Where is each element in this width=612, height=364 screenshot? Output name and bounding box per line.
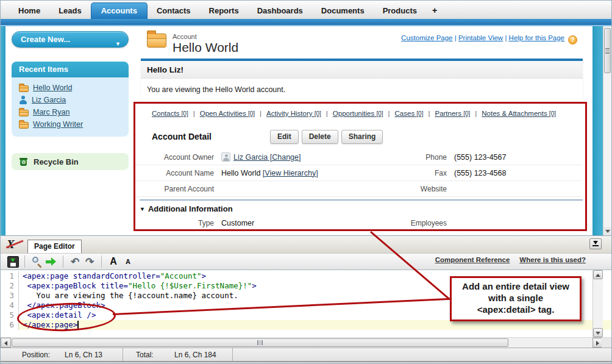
status-separator <box>232 348 233 361</box>
run-icon <box>46 257 57 266</box>
code-token: You are viewing the {!account.name} acco… <box>23 291 238 300</box>
editor-header: X Page Editor <box>1 236 611 253</box>
collapse-editor-icon <box>593 241 598 244</box>
redo-button[interactable]: ↷ <box>82 254 97 269</box>
code-token: <apex:page standardController= <box>23 271 160 280</box>
tab-bar: HomeLeadsAccountsContactsReportsDashboar… <box>1 1 611 19</box>
code-horizontal-scrollbar[interactable] <box>1 337 603 348</box>
font-smaller-button[interactable]: A <box>121 254 135 269</box>
tab-reports[interactable]: Reports <box>200 3 248 19</box>
font-larger-button[interactable]: A <box>106 254 121 269</box>
scroll-down-icon <box>596 332 600 335</box>
line-number: 1 <box>1 271 19 281</box>
recycle-bin-icon: ♻ <box>19 157 29 166</box>
recent-items-title: Recent Items <box>12 62 129 77</box>
total-value: Ln 6, Ch 184 <box>174 351 216 359</box>
redo-icon: ↷ <box>85 257 94 267</box>
folder-icon <box>19 122 29 129</box>
person-icon <box>19 96 27 104</box>
tab-products[interactable]: Products <box>374 3 426 19</box>
undo-button[interactable]: ↶ <box>68 254 82 269</box>
tab-documents[interactable]: Documents <box>312 3 374 19</box>
page-title: Hello World <box>173 40 238 55</box>
scroll-left-icon <box>4 341 7 346</box>
annotation-callout: Add an entire detail view with a single … <box>450 276 582 321</box>
search-button[interactable] <box>29 254 44 269</box>
recent-item[interactable]: Hello World <box>12 82 129 94</box>
recent-item-link[interactable]: Working Writer <box>33 120 83 129</box>
run-button[interactable] <box>44 254 59 269</box>
tab-list: HomeLeadsAccountsContactsReportsDashboar… <box>9 2 443 19</box>
salesforce-window: HomeLeadsAccountsContactsReportsDashboar… <box>0 0 612 364</box>
tab-leads[interactable]: Leads <box>49 3 91 19</box>
tab-contacts[interactable]: Contacts <box>148 3 200 19</box>
recent-item[interactable]: Liz Garcia <box>12 94 129 106</box>
header-links-list: Customize Page | Printable View | Help f… <box>401 34 564 41</box>
account-folder-icon <box>147 34 166 48</box>
status-separator <box>123 348 123 361</box>
search-icon <box>31 256 42 267</box>
recent-item-link[interactable]: Liz Garcia <box>32 96 66 104</box>
recycle-bin[interactable]: ♻ Recycle Bin <box>12 153 129 170</box>
recent-item-link[interactable]: Marc Ryan <box>33 108 69 116</box>
code-vertical-scrollbar[interactable] <box>592 270 603 337</box>
header-link[interactable]: Printable View <box>458 34 503 41</box>
annotation-rectangle <box>133 102 587 231</box>
line-number: 5 <box>1 310 19 320</box>
line-number: 4 <box>1 301 19 310</box>
save-icon <box>7 256 19 268</box>
create-new-label: Create New... <box>21 35 70 44</box>
close-icon[interactable]: X <box>7 238 23 250</box>
editor-link[interactable]: Where is this used? <box>519 256 586 263</box>
undo-icon: ↶ <box>71 257 79 267</box>
greeting-pageblock: Hello Liz! You are viewing the Hello Wor… <box>141 59 583 103</box>
toolbar-separator <box>24 255 25 268</box>
header-links: Customize Page | Printable View | Help f… <box>401 34 577 45</box>
code-token: <apex:pageBlock title= <box>23 281 128 290</box>
scroll-down-button[interactable] <box>603 227 612 235</box>
save-button[interactable] <box>5 254 20 269</box>
browser-scrollbar[interactable] <box>603 26 611 235</box>
editor-link[interactable]: Component Reference <box>435 256 510 263</box>
line-number: 6 <box>1 320 19 330</box>
page-right-border <box>592 26 603 235</box>
tab-accounts[interactable]: Accounts <box>91 2 148 19</box>
header-band <box>1 19 611 26</box>
font-larger-icon: A <box>110 256 117 267</box>
collapse-editor-button[interactable] <box>589 238 602 249</box>
scroll-down-button[interactable] <box>593 328 603 337</box>
greeting-title: Hello Liz! <box>141 61 583 79</box>
greeting-body: You are viewing the Hello World account. <box>141 79 583 102</box>
recent-item-link[interactable]: Hello World <box>33 84 72 92</box>
editor-status-bar: Position: Ln 6, Ch 13 Total: Ln 6, Ch 18… <box>1 348 611 362</box>
tab-home[interactable]: Home <box>9 3 49 19</box>
scrollbar-thumb[interactable] <box>12 338 508 347</box>
code-token: > <box>202 271 207 280</box>
editor-tab[interactable]: Page Editor <box>27 240 82 253</box>
scroll-up-button[interactable] <box>593 270 603 279</box>
create-new-button[interactable]: Create New... ▼ <box>12 31 129 48</box>
link-separator: | <box>503 34 508 41</box>
recent-item[interactable]: Working Writer <box>12 118 129 130</box>
line-number: 2 <box>1 281 19 291</box>
editor-links: Component ReferenceWhere is this used? <box>425 256 586 263</box>
tab-add[interactable]: + <box>426 2 443 19</box>
header-link[interactable]: Customize Page <box>401 34 452 41</box>
folder-icon <box>19 110 29 116</box>
scroll-down-icon <box>605 230 610 233</box>
code-token: > <box>252 281 257 290</box>
tab-dashboards[interactable]: Dashboards <box>248 3 312 19</box>
recent-items-panel: Recent Items Hello WorldLiz GarciaMarc R… <box>12 62 129 137</box>
code-token: "Hello {!$User.FirstName}!" <box>128 281 252 290</box>
scrollbar-thumb[interactable] <box>604 28 611 73</box>
header-link[interactable]: Help for this Page <box>509 34 564 41</box>
help-icon[interactable]: ? <box>568 35 577 45</box>
position-value: Ln 6, Ch 13 <box>65 351 102 359</box>
recycle-bin-label: Recycle Bin <box>34 157 79 166</box>
scroll-left-button[interactable] <box>1 338 11 348</box>
chevron-down-icon: ▼ <box>115 37 121 52</box>
recent-item[interactable]: Marc Ryan <box>12 106 129 118</box>
toolbar-separator <box>63 255 63 268</box>
position-label: Position: <box>22 351 50 359</box>
code-token: "Account" <box>160 271 202 280</box>
